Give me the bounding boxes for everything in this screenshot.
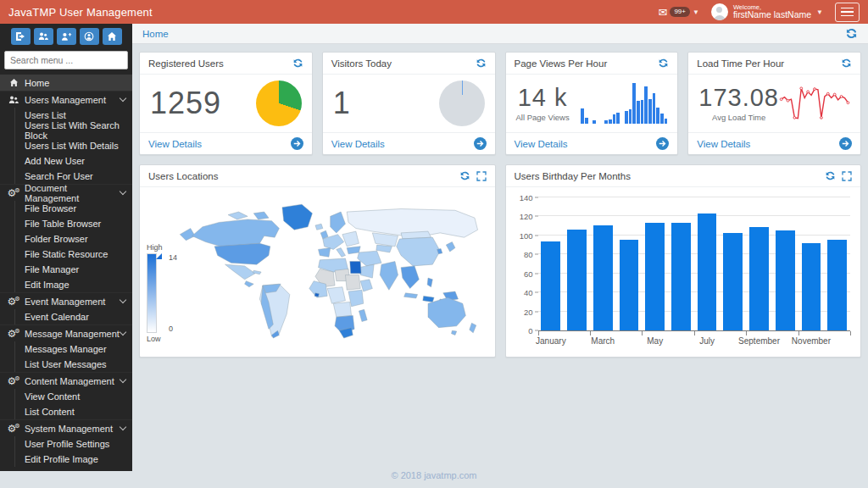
- sidebar-item-add-new-user[interactable]: Add New User: [15, 153, 132, 169]
- details-arrow-button[interactable]: [291, 137, 303, 150]
- sidebar-section-users-management[interactable]: Users Management: [0, 91, 132, 108]
- sidebar: Home Users ManagementUsers ListUsers Lis…: [0, 24, 132, 471]
- bar: [541, 241, 560, 330]
- sidebar-section-label: Document Management: [25, 183, 120, 203]
- expand-icon: [842, 171, 852, 181]
- refresh-button[interactable]: [459, 170, 470, 181]
- sidebar-item-file-table-browser[interactable]: File Table Browser: [15, 216, 132, 231]
- details-arrow-button[interactable]: [656, 137, 669, 150]
- sidebar-item-folder-browser[interactable]: Folder Browser: [15, 231, 132, 247]
- home-button[interactable]: [103, 28, 122, 45]
- sidebar-item-list-content[interactable]: List Content: [15, 404, 132, 419]
- y-axis-tick: 100: [520, 230, 533, 240]
- refresh-icon: [841, 58, 852, 69]
- sidebar-item-user-profile-settings[interactable]: User Profile Settings: [15, 436, 132, 452]
- top-bar: JavaTMP User Management ✉ 99+ ▼ Welcome,…: [0, 0, 868, 24]
- sidebar-item-edit-profile-image[interactable]: Edit Profile Image: [15, 452, 132, 467]
- add-user-button[interactable]: [57, 28, 76, 45]
- x-axis-label: July: [699, 336, 715, 346]
- stat-value: 1259: [150, 88, 221, 119]
- y-axis-tick: 80: [524, 250, 533, 259]
- sidebar-section-content-management[interactable]: ⚙⚙Content Management: [0, 372, 132, 389]
- user-menu[interactable]: Welcome, firstName lastName ▼: [711, 3, 823, 20]
- sidebar-subitems: User Profile SettingsEdit Profile Image: [14, 436, 132, 467]
- page-refresh-button[interactable]: [845, 27, 858, 40]
- refresh-icon: [476, 58, 487, 69]
- sidebar-item-view-content[interactable]: View Content: [15, 389, 132, 404]
- sidebar-item-event-calendar[interactable]: Event Calendar: [15, 309, 132, 324]
- expand-button[interactable]: [476, 171, 487, 181]
- gears-icon: ⚙⚙: [7, 423, 20, 434]
- sidebar-item-label: Home: [25, 78, 49, 88]
- y-axis-tick: 60: [524, 269, 533, 278]
- user-circle-icon: [84, 31, 94, 42]
- refresh-button[interactable]: [292, 58, 303, 69]
- refresh-button[interactable]: [476, 58, 487, 69]
- sidebar-item-file-browser[interactable]: File Browser: [15, 201, 132, 216]
- refresh-icon: [459, 170, 470, 181]
- sidebar-section-document-management[interactable]: ⚙⚙Document Management: [0, 184, 132, 201]
- users-button[interactable]: [34, 28, 53, 45]
- sidebar-section-message-management[interactable]: ⚙⚙Message Management: [0, 324, 132, 341]
- map-scale-legend: High Low 14 0: [147, 243, 175, 343]
- sidebar-section-system-management[interactable]: ⚙⚙System Management: [0, 419, 132, 436]
- sidebar-item-file-manager[interactable]: File Manager: [15, 262, 132, 277]
- sidebar-item-home[interactable]: Home: [0, 75, 132, 91]
- gears-icon: ⚙⚙: [7, 296, 20, 307]
- main-area: Home Registered Users 1259: [132, 24, 868, 488]
- page-views-mini-bar-chart: [581, 83, 667, 124]
- view-details-link[interactable]: View Details: [697, 139, 750, 149]
- sidebar-subitems: View ContentList Content: [14, 389, 132, 419]
- sidebar-section-label: Event Management: [25, 297, 105, 307]
- details-arrow-button[interactable]: [474, 137, 487, 150]
- hamburger-menu-button[interactable]: [835, 3, 860, 22]
- sidebar-item-list-user-messages[interactable]: List User Messages: [15, 357, 132, 372]
- sidebar-search-input[interactable]: [4, 51, 128, 69]
- sidebar-item-users-list-with-search-block[interactable]: Users List With Search Block: [15, 123, 132, 138]
- sidebar-item-edit-image[interactable]: Edit Image: [15, 277, 132, 292]
- card-title: Visitors Today: [331, 58, 392, 69]
- sidebar-section-event-management[interactable]: ⚙⚙Event Management: [0, 292, 132, 309]
- sidebar-item-search-for-user[interactable]: Search For User: [15, 169, 132, 184]
- sidebar-item-file-static-resource[interactable]: File Static Resource: [15, 247, 132, 262]
- world-map[interactable]: [175, 191, 492, 353]
- stat-value: 1: [333, 88, 351, 119]
- view-details-link[interactable]: View Details: [331, 139, 385, 149]
- gears-icon: ⚙⚙: [7, 375, 20, 386]
- messages-dropdown[interactable]: ✉ 99+ ▼: [658, 7, 698, 18]
- expand-button[interactable]: [842, 171, 852, 181]
- card-title: Registered Users: [148, 58, 224, 69]
- home-icon: [107, 31, 117, 42]
- bar: [593, 225, 613, 330]
- app-title: JavaTMP User Management: [0, 6, 153, 19]
- user-plus-icon: [61, 31, 72, 42]
- sign-out-button[interactable]: [11, 28, 31, 45]
- bar: [620, 240, 639, 330]
- sidebar-item-messages-manager[interactable]: Messages Manager: [15, 341, 132, 357]
- chevron-down-icon: ▼: [693, 8, 699, 16]
- details-arrow-button[interactable]: [839, 137, 852, 150]
- expand-icon: [476, 171, 487, 181]
- x-axis-label: May: [647, 336, 663, 346]
- refresh-icon: [292, 58, 303, 69]
- sidebar-subitems: File BrowserFile Table BrowserFolder Bro…: [14, 201, 132, 292]
- x-axis-label: September: [738, 336, 780, 346]
- refresh-button[interactable]: [841, 58, 852, 69]
- sidebar-section-label: Users Management: [25, 95, 106, 105]
- chevron-down-icon: [120, 329, 126, 336]
- home-icon: [7, 78, 20, 87]
- chevron-down-icon: ▼: [816, 8, 823, 16]
- bar: [776, 230, 795, 330]
- refresh-button[interactable]: [658, 58, 669, 69]
- sidebar-section-label: System Management: [25, 424, 113, 434]
- x-axis-label: November: [792, 336, 831, 346]
- sidebar-item-users-list-with-details[interactable]: Users List With Details: [15, 138, 132, 153]
- bar: [645, 223, 665, 330]
- refresh-icon: [845, 27, 858, 40]
- support-button[interactable]: [80, 28, 99, 45]
- view-details-link[interactable]: View Details: [515, 139, 568, 149]
- view-details-link[interactable]: View Details: [148, 139, 202, 149]
- breadcrumb-home-link[interactable]: Home: [142, 29, 169, 39]
- arrow-right-circle-icon: [656, 137, 669, 150]
- refresh-button[interactable]: [825, 170, 836, 181]
